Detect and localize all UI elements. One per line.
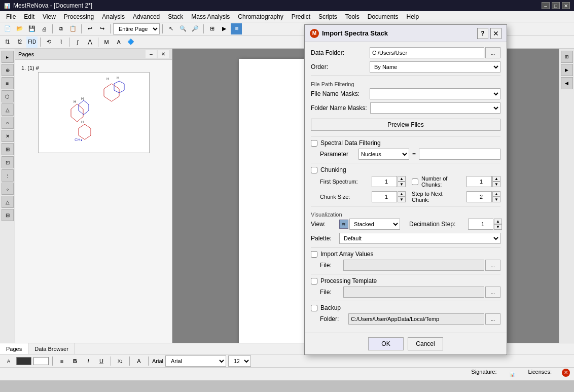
sidebar-icon-4[interactable]: ⬡	[2, 90, 14, 102]
menu-mass-analysis[interactable]: Mass Analysis	[187, 11, 234, 22]
right-icon-2[interactable]: ▶	[561, 64, 573, 76]
step-next-up[interactable]: ▲	[492, 191, 500, 197]
sidebar-icon-13[interactable]: ⊟	[2, 209, 14, 221]
integral-btn[interactable]: ∫	[72, 37, 83, 48]
open-btn[interactable]: 📂	[14, 23, 25, 34]
align-btn[interactable]: ≡	[56, 355, 67, 367]
subscript-btn[interactable]: X₂	[115, 355, 126, 367]
pages-minimize[interactable]: –	[146, 50, 157, 58]
color-swatch-dark[interactable]	[16, 357, 31, 365]
baseline-btn[interactable]: ⌇	[55, 37, 66, 48]
tab-pages[interactable]: Pages	[0, 343, 28, 354]
sidebar-icon-9[interactable]: ⊡	[2, 156, 14, 168]
palette-select[interactable]: Default Rainbow Monochrome	[339, 233, 500, 244]
sidebar-icon-2[interactable]: ⊕	[2, 64, 14, 76]
fit-btn[interactable]: ⊞	[206, 23, 218, 34]
peak-btn[interactable]: ⋀	[84, 37, 95, 48]
step-next-down[interactable]: ▼	[492, 197, 500, 202]
first-spectrum-up[interactable]: ▲	[398, 176, 406, 182]
menu-view[interactable]: View	[39, 11, 60, 22]
paste-btn[interactable]: 📋	[67, 23, 79, 34]
decimation-up[interactable]: ▲	[494, 219, 502, 224]
font-size-select[interactable]: 12	[228, 355, 251, 367]
menu-stack[interactable]: Stack	[164, 11, 187, 22]
bottom-btn-1[interactable]: A	[3, 355, 14, 367]
font-color-btn[interactable]: A	[133, 355, 145, 367]
menu-analysis[interactable]: Analysis	[98, 11, 129, 22]
folder-name-masks-select[interactable]	[370, 102, 500, 114]
right-icon-1[interactable]: ⊞	[561, 51, 573, 63]
phasing-btn[interactable]: ⟲	[43, 37, 54, 48]
order-select[interactable]: By Name By Date By Size	[370, 61, 500, 73]
sidebar-icon-10[interactable]: ⋮	[2, 169, 14, 182]
import-file-browse-btn[interactable]: ...	[485, 260, 500, 271]
save-btn[interactable]: 💾	[26, 23, 38, 34]
italic-btn[interactable]: I	[83, 355, 94, 367]
sidebar-icon-12[interactable]: △	[2, 196, 14, 208]
copy-btn[interactable]: ⧉	[55, 23, 66, 34]
dialog-help-btn[interactable]: ?	[477, 28, 488, 39]
num-chunks-input[interactable]	[467, 176, 492, 187]
signature-btn[interactable]: 📊	[507, 369, 518, 380]
multiplet-btn[interactable]: M	[101, 37, 112, 48]
first-spectrum-down[interactable]: ▼	[398, 182, 406, 187]
new-btn[interactable]: 📄	[2, 23, 13, 34]
maximize-btn[interactable]: □	[552, 2, 560, 9]
chunk-size-down[interactable]: ▼	[398, 197, 406, 202]
underline-btn[interactable]: U	[96, 355, 107, 367]
menu-documents[interactable]: Documents	[364, 11, 403, 22]
chunk-size-input[interactable]	[372, 191, 397, 202]
import-array-checkbox[interactable]	[311, 251, 317, 258]
chunk-size-up[interactable]: ▲	[398, 191, 406, 197]
menu-chromatography[interactable]: Chromatography	[234, 11, 287, 22]
sidebar-icon-11[interactable]: ⬦	[2, 183, 14, 195]
step-next-input[interactable]	[467, 191, 492, 202]
close-btn[interactable]: ✕	[562, 2, 570, 9]
sidebar-icon-7[interactable]: ✕	[2, 130, 14, 142]
backup-folder-browse-btn[interactable]: ...	[485, 313, 500, 325]
licenses-icon[interactable]: ✕	[562, 369, 570, 377]
sidebar-icon-5[interactable]: △	[2, 103, 14, 116]
decimation-down[interactable]: ▼	[494, 224, 502, 230]
select-btn[interactable]: ↖	[165, 23, 176, 34]
chunking-checkbox[interactable]	[311, 167, 317, 173]
sidebar-icon-8[interactable]: ⊞	[2, 143, 14, 155]
backup-checkbox[interactable]	[311, 305, 317, 311]
menu-advanced[interactable]: Advanced	[129, 11, 164, 22]
fid-btn[interactable]: FID	[26, 37, 38, 48]
right-icon-3[interactable]: ◀	[561, 77, 573, 89]
processing-template-checkbox[interactable]	[311, 278, 317, 284]
assign-btn[interactable]: A	[113, 37, 124, 48]
menu-scripts[interactable]: Scripts	[314, 11, 341, 22]
color-swatch-light[interactable]	[33, 357, 49, 365]
f2-btn[interactable]: f2	[14, 37, 25, 48]
ok-button[interactable]: OK	[368, 337, 404, 350]
page-1-thumbnail[interactable]: H H	[38, 72, 150, 153]
first-spectrum-input[interactable]	[372, 176, 397, 187]
dialog-close-btn[interactable]: ✕	[490, 28, 501, 39]
preview-files-btn[interactable]: Preview Files	[311, 119, 500, 131]
sidebar-icon-3[interactable]: ≡	[2, 77, 14, 89]
zoom-in-btn[interactable]: 🔍	[177, 23, 189, 34]
import-file-input[interactable]	[343, 260, 484, 271]
menu-tools[interactable]: Tools	[341, 11, 364, 22]
sidebar-icon-1[interactable]: ▸	[2, 51, 14, 63]
menu-edit[interactable]: Edit	[20, 11, 39, 22]
file-name-masks-select[interactable]	[370, 88, 500, 99]
spectrum-btn[interactable]: ≋	[231, 23, 242, 34]
backup-folder-input[interactable]	[348, 313, 484, 325]
spectral-data-checkbox[interactable]	[311, 140, 317, 147]
import-spectra-stack-dialog[interactable]: M Import Spectra Stack ? ✕ Data Folder: …	[304, 24, 507, 355]
menu-processing[interactable]: Processing	[60, 11, 98, 22]
f1-btn[interactable]: f1	[2, 37, 13, 48]
data-folder-input[interactable]	[370, 47, 484, 58]
tab-data-browser[interactable]: Data Browser	[28, 343, 75, 354]
redo-btn[interactable]: ↪	[96, 23, 107, 34]
processing-file-browse-btn[interactable]: ...	[485, 287, 500, 298]
sidebar-icon-6[interactable]: ○	[2, 117, 14, 129]
num-chunks-checkbox[interactable]	[412, 179, 418, 185]
font-family-select[interactable]: Arial	[165, 355, 226, 367]
pages-close[interactable]: ✕	[158, 50, 169, 58]
nucleus-value-input[interactable]	[419, 149, 500, 160]
undo-btn[interactable]: ↩	[84, 23, 95, 34]
